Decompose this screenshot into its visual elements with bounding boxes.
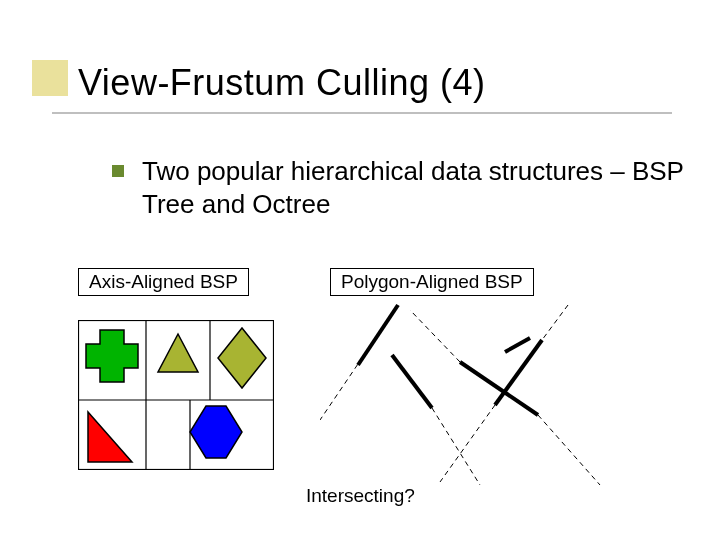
title-underline [52,112,672,114]
svg-line-13 [460,362,538,415]
bullet-text: Two popular hierarchical data structures… [142,155,690,220]
svg-line-6 [432,408,480,485]
svg-line-10 [440,405,495,482]
svg-line-12 [392,355,432,408]
slide: View-Frustum Culling (4) Two popular hie… [0,0,720,540]
svg-line-9 [542,305,568,340]
caption-intersecting: Intersecting? [306,485,415,507]
label-axis-aligned: Axis-Aligned BSP [78,268,249,296]
bullet-square-icon [112,165,124,177]
right-triangle-shape-icon [88,412,132,462]
svg-line-14 [495,340,542,405]
svg-line-8 [538,415,600,485]
polygon-aligned-bsp-figure [320,300,620,490]
diamond-shape-icon [218,328,266,388]
svg-line-7 [410,310,460,362]
hexagon-shape-icon [190,406,242,458]
triangle-shape-icon [158,334,198,372]
label-polygon-aligned: Polygon-Aligned BSP [330,268,534,296]
accent-square-icon [32,60,68,96]
slide-title: View-Frustum Culling (4) [78,62,485,104]
axis-aligned-bsp-figure [78,320,274,470]
bullet-item: Two popular hierarchical data structures… [112,155,690,220]
svg-line-15 [505,338,530,352]
cross-shape-icon [86,330,138,382]
